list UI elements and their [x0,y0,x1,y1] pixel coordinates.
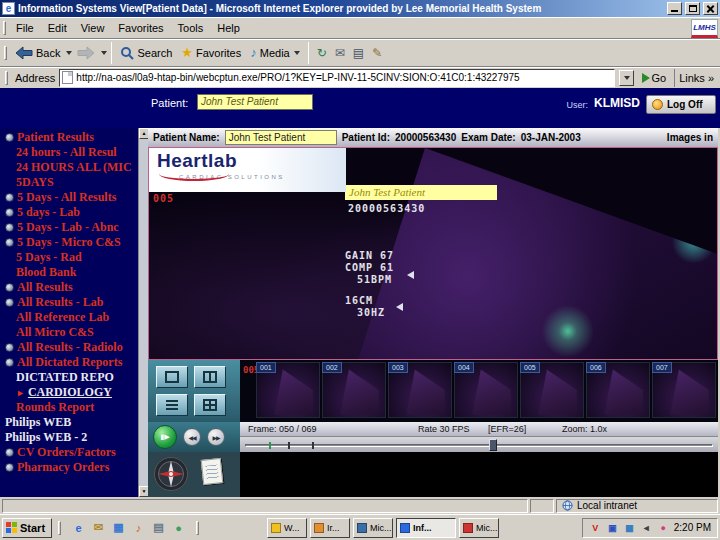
network-icon[interactable]: ▦ [623,521,636,534]
print-icon[interactable]: ▤ [353,46,364,60]
layout-dual-button[interactable] [194,366,226,388]
minimize-button[interactable] [667,2,682,15]
start-button[interactable]: Start [2,518,52,538]
sidebar-scrollbar[interactable]: ▲ ▼ [138,128,148,497]
taskbar-window-button[interactable]: Inf... [396,518,456,538]
sidebar-item[interactable]: 5 Days - Micro C&S [0,235,138,250]
clip-thumbnail[interactable]: 003 [388,362,452,418]
sidebar-item[interactable]: All Dictated Reports [0,355,138,370]
cine-timeline[interactable] [240,436,718,452]
antivirus-icon[interactable]: V [589,521,602,534]
media-button[interactable]: ♪ Media [246,41,303,65]
menu-edit[interactable]: Edit [41,21,74,35]
menu-favorites[interactable]: Favorites [111,21,170,35]
sidebar-item[interactable]: Patient Results [0,130,138,145]
step-forward-button[interactable]: ▶▶ [207,428,225,446]
layout-list-button[interactable] [156,394,188,416]
title-bar[interactable]: e Information Systems View[Patient Data]… [0,0,720,17]
layout-quad-button[interactable] [194,394,226,416]
history-icon[interactable]: ↻ [317,46,327,60]
clip-thumbnail[interactable]: 002 [322,362,386,418]
clip-thumbnail[interactable]: 001 [256,362,320,418]
clip-thumbnail[interactable]: 004 [454,362,518,418]
taskbar-window-button[interactable]: W... [267,518,307,538]
sidebar-item[interactable]: 24 hours - All Resul [0,145,138,160]
sidebar-item[interactable]: Rounds Report [0,400,138,415]
links-bar[interactable]: Links » [674,69,718,87]
layout-single-button[interactable] [156,366,188,388]
search-button[interactable]: Search [116,41,176,65]
address-dropdown-button[interactable] [619,70,634,86]
sidebar-item[interactable]: All Micro C&S [0,325,138,340]
toolbar-grip[interactable] [3,21,6,35]
toolbar-grip[interactable] [5,71,8,85]
sidebar-item[interactable]: 24 HOURS ALL (MIC [0,160,138,175]
play-pause-button[interactable]: ▮▶ [153,425,177,449]
patient-label: Patient: [151,97,188,109]
sidebar-item[interactable]: All Results [0,280,138,295]
show-desktop-icon[interactable]: ▦ [111,520,126,535]
forward-button[interactable] [73,41,99,65]
sidebar-item[interactable]: 5 Days - Lab - Abnc [0,220,138,235]
media-player-icon[interactable]: ♪ [131,520,146,535]
forward-arrow-icon [77,45,95,61]
mail-icon[interactable]: ✉ [91,520,106,535]
sidebar-item[interactable]: 5 Days - Rad [0,250,138,265]
sidebar-item[interactable]: 5DAYS [0,175,138,190]
sidebar-item[interactable]: ►CARDIOLOGY [0,385,138,400]
close-button[interactable] [703,2,718,15]
clip-thumbnail[interactable]: 007 [652,362,716,418]
timeline-slider-handle[interactable] [489,439,497,451]
clip-thumbnail[interactable]: 006 [586,362,650,418]
taskbar-window-button[interactable]: Mic... [353,518,393,538]
menu-file[interactable]: File [9,21,41,35]
sidebar-item[interactable]: 5 Days - All Results [0,190,138,205]
sidebar-item[interactable]: Pharmacy Orders [0,460,138,475]
patient-name-input[interactable]: John Test Patient [225,130,337,145]
echo-viewer[interactable]: Heartlab CARDIAC SOLUTIONS 005 John Test… [148,147,718,360]
globe-icon[interactable]: ● [171,520,186,535]
notes-icon[interactable] [201,458,224,485]
volume-icon[interactable]: ◄ [640,521,653,534]
toolbar-grip[interactable] [4,46,7,60]
document-icon[interactable]: ▤ [151,520,166,535]
taskbar-window-button[interactable]: Ir... [310,518,350,538]
address-input[interactable]: http://na-oas/l0a9-htap-bin/webcptun.exe… [59,69,614,87]
favorites-button[interactable]: ★ Favorites [177,41,245,65]
sidebar-item[interactable]: All Reference Lab [0,310,138,325]
sidebar-item[interactable]: CV Orders/Factors [0,445,138,460]
sidebar-item[interactable]: All Results - Lab [0,295,138,310]
quad-view-icon [203,399,217,411]
patient-search-input[interactable]: John Test Patient [197,94,313,110]
sidebar-item[interactable]: Philips WEB - 2 [0,430,138,445]
list-view-icon [165,399,179,411]
edit-icon[interactable]: ✎ [372,46,382,60]
back-button[interactable]: Back [11,41,64,65]
sidebar-item[interactable]: Blood Bank [0,265,138,280]
ie-icon[interactable]: e [71,520,86,535]
security-zone-panel: Local intranet [556,499,718,513]
step-back-button[interactable]: ◀◀ [183,428,201,446]
menu-help[interactable]: Help [210,21,247,35]
scheduler-icon[interactable]: ● [657,521,670,534]
menu-view[interactable]: View [74,21,112,35]
mail-icon[interactable]: ✉ [335,46,345,60]
sidebar-item-label: All Micro C&S [16,325,94,340]
sidebar-item[interactable]: Philips WEB [0,415,138,430]
overlay-comp: COMP 61 [345,262,394,273]
forward-dropdown-icon[interactable] [101,51,107,55]
sidebar-item-label: 5 Days - Rad [16,250,82,265]
toolbar-extra-icons: ↻✉▤✎ [313,46,387,60]
compass-icon[interactable] [153,456,189,492]
sidebar-item[interactable]: DICTATED REPO [0,370,138,385]
log-off-button[interactable]: Log Off [646,95,716,114]
display-icon[interactable]: ▣ [606,521,619,534]
sidebar-item[interactable]: All Results - Radiolo [0,340,138,355]
taskbar-window-button[interactable]: Mic... [459,518,499,538]
clip-thumbnail[interactable]: 005 [520,362,584,418]
maximize-button[interactable] [685,2,700,15]
back-dropdown-icon[interactable] [66,51,72,55]
menu-tools[interactable]: Tools [171,21,211,35]
sidebar-item[interactable]: 5 days - Lab [0,205,138,220]
go-button[interactable]: Go [638,69,671,87]
